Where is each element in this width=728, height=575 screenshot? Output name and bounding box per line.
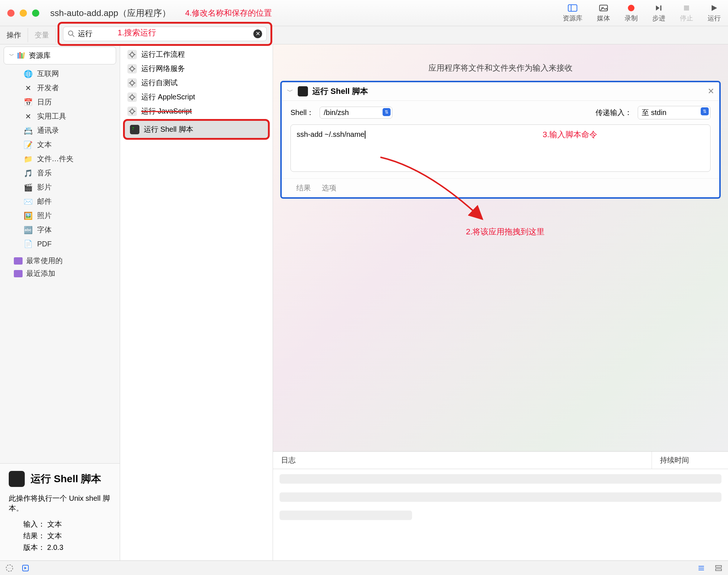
log-header-duration[interactable]: 持续时间 bbox=[652, 452, 728, 469]
svg-rect-0 bbox=[568, 5, 577, 11]
close-panel-button[interactable]: ✕ bbox=[708, 87, 714, 96]
shell-select[interactable]: /bin/zsh ⇅ bbox=[320, 107, 392, 119]
window-title: ssh-auto-add.app（应用程序） bbox=[50, 7, 171, 19]
terminal-icon bbox=[298, 86, 308, 96]
search-field[interactable]: ✕ bbox=[63, 27, 267, 41]
status-progress-icon[interactable]: ⋯ bbox=[5, 564, 14, 572]
action-icon bbox=[130, 125, 139, 134]
category-icon: 🖼️ bbox=[23, 211, 33, 221]
script-content: ssh-add ~/.ssh/name bbox=[297, 130, 364, 138]
search-input[interactable] bbox=[78, 29, 253, 38]
sidebar-item-label: 互联网 bbox=[37, 69, 59, 79]
sidebar-item[interactable]: ✕开发者 bbox=[20, 81, 120, 95]
sidebar-item[interactable]: ✉️邮件 bbox=[20, 194, 120, 209]
chevron-down-icon[interactable]: ﹀ bbox=[287, 87, 293, 96]
library-button[interactable]: 资源库 bbox=[563, 4, 582, 23]
record-button[interactable]: 录制 bbox=[625, 4, 638, 23]
action-icon bbox=[127, 78, 137, 88]
action-item[interactable]: 运行 AppleScript bbox=[120, 90, 273, 104]
sidebar-item[interactable]: 📇通讯录 bbox=[20, 123, 120, 138]
folder-icon bbox=[14, 257, 23, 265]
library-header-label: 资源库 bbox=[29, 51, 51, 60]
action-icon bbox=[127, 64, 137, 74]
action-label: 运行 Shell 脚本 bbox=[144, 124, 193, 134]
chevron-down-icon[interactable]: ﹀ bbox=[9, 52, 14, 59]
action-item[interactable]: 运行 JavaScript bbox=[120, 104, 273, 118]
actions-column: 运行工作流程运行网络服务运行自测试运行 AppleScript运行 JavaSc… bbox=[120, 44, 273, 560]
sidebar-item[interactable]: ✕实用工具 bbox=[20, 109, 120, 123]
category-icon: 📝 bbox=[23, 140, 33, 150]
sidebar-item-label: 文件…件夹 bbox=[37, 154, 74, 164]
status-workflow-icon[interactable] bbox=[21, 564, 30, 572]
panel-title: 运行 Shell 脚本 bbox=[312, 86, 368, 97]
recent-list: 最常使用的最近添加 bbox=[0, 254, 120, 280]
tab-actions[interactable]: 操作 bbox=[0, 28, 28, 42]
sidebar-item[interactable]: 🎬影片 bbox=[20, 180, 120, 194]
recent-label: 最常使用的 bbox=[26, 256, 63, 266]
log-area: 日志 持续时间 bbox=[273, 451, 728, 560]
terminal-icon bbox=[9, 471, 25, 487]
minimize-icon[interactable] bbox=[20, 9, 27, 17]
info-pane: 运行 Shell 脚本 此操作将执行一个 Unix shell 脚本。 输入： … bbox=[0, 463, 120, 560]
sidebar-item[interactable]: 🎵音乐 bbox=[20, 166, 120, 180]
action-label: 运行自测试 bbox=[141, 78, 178, 88]
options-tab[interactable]: 选项 bbox=[322, 183, 336, 193]
flow-view-icon[interactable] bbox=[714, 564, 723, 572]
run-button[interactable]: 运行 bbox=[708, 4, 721, 23]
clear-search-button[interactable]: ✕ bbox=[253, 29, 262, 38]
sidebar-item[interactable]: 🌐互联网 bbox=[20, 67, 120, 81]
pass-input-select[interactable]: 至 stdin ⇅ bbox=[638, 106, 711, 119]
workflow-canvas[interactable]: 应用程序将文件和文件夹作为输入来接收 ﹀ 运行 Shell 脚本 ✕ Shell… bbox=[273, 44, 728, 560]
recent-label: 最近添加 bbox=[26, 269, 55, 278]
zoom-icon[interactable] bbox=[32, 9, 39, 17]
script-textarea[interactable]: ssh-add ~/.ssh/name 3.输入脚本命令 bbox=[290, 124, 711, 172]
action-item[interactable]: 运行自测试 bbox=[120, 76, 273, 90]
sidebar-item-label: 文本 bbox=[37, 140, 52, 150]
annotation-4: 4.修改名称和保存的位置 bbox=[185, 8, 272, 19]
action-label: 运行 JavaScript bbox=[141, 106, 192, 116]
tab-variables[interactable]: 变量 bbox=[28, 28, 56, 42]
stop-button: 停止 bbox=[680, 4, 693, 23]
library-header[interactable]: ﹀ 资源库 bbox=[4, 47, 116, 64]
recent-item[interactable]: 最常使用的 bbox=[11, 254, 120, 267]
main-area: ﹀ 资源库 🌐互联网✕开发者📅日历✕实用工具📇通讯录📝文本📁文件…件夹🎵音乐🎬影… bbox=[0, 44, 728, 560]
sidebar-item-label: 字体 bbox=[37, 225, 52, 235]
info-kv: 输入： 文本 结果： 文本 版本： 2.0.3 bbox=[9, 518, 111, 553]
sidebar-item[interactable]: 🔤字体 bbox=[20, 223, 120, 237]
action-item[interactable]: 运行工作流程 bbox=[120, 47, 273, 62]
svg-rect-9 bbox=[17, 53, 19, 59]
step-button[interactable]: 步进 bbox=[652, 4, 665, 23]
category-icon: ✉️ bbox=[23, 197, 33, 206]
sidebar-item-label: 通讯录 bbox=[37, 126, 59, 135]
log-header-message[interactable]: 日志 bbox=[273, 452, 652, 469]
secondary-bar: 操作 变量 ✕ 1.搜索运行 bbox=[0, 26, 728, 44]
action-item[interactable]: 运行 Shell 脚本 bbox=[123, 119, 270, 140]
results-tab[interactable]: 结果 bbox=[296, 183, 311, 193]
svg-rect-5 bbox=[660, 5, 661, 11]
shell-panel: ﹀ 运行 Shell 脚本 ✕ Shell： /bin/zsh ⇅ 传递输入： … bbox=[280, 81, 721, 199]
log-row bbox=[280, 474, 721, 484]
list-view-icon[interactable] bbox=[697, 564, 705, 572]
sidebar-item[interactable]: 📅日历 bbox=[20, 95, 120, 109]
action-label: 运行 AppleScript bbox=[141, 92, 195, 102]
action-label: 运行工作流程 bbox=[141, 49, 185, 59]
log-row bbox=[280, 492, 721, 502]
books-icon bbox=[17, 52, 26, 59]
info-description: 此操作将执行一个 Unix shell 脚本。 bbox=[9, 493, 111, 513]
sidebar-item-label: 音乐 bbox=[37, 168, 52, 178]
sidebar-item[interactable]: 📁文件…件夹 bbox=[20, 152, 120, 166]
sidebar-item[interactable]: 📄PDF bbox=[20, 237, 120, 251]
category-icon: 🌐 bbox=[23, 69, 33, 79]
action-item[interactable]: 运行网络服务 bbox=[120, 62, 273, 76]
sidebar-item-label: 影片 bbox=[37, 182, 52, 192]
close-icon[interactable] bbox=[7, 9, 15, 17]
action-icon bbox=[127, 92, 137, 102]
media-button[interactable]: 媒体 bbox=[597, 4, 610, 23]
category-icon: 🎬 bbox=[23, 183, 33, 192]
category-icon: 📅 bbox=[23, 98, 33, 107]
sidebar-item[interactable]: 🖼️照片 bbox=[20, 209, 120, 223]
category-icon: 🎵 bbox=[23, 168, 33, 178]
sidebar-item[interactable]: 📝文本 bbox=[20, 138, 120, 152]
recent-item[interactable]: 最近添加 bbox=[11, 267, 120, 280]
annotation-2: 2.将该应用拖拽到这里 bbox=[466, 226, 545, 237]
